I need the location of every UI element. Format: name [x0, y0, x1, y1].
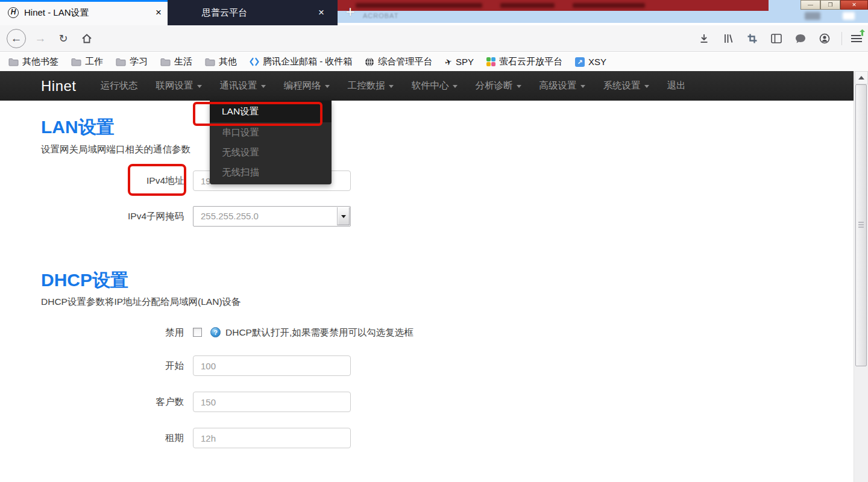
- bookmark-tencent-exmail[interactable]: 腾讯企业邮箱 - 收件箱: [250, 56, 352, 67]
- select-dropdown-button[interactable]: [337, 207, 350, 225]
- tab-hinet-lan[interactable]: H Hinet - LAN设置 ×: [0, 0, 168, 25]
- tab-title: Hinet - LAN设置: [24, 0, 89, 25]
- tab-close-icon[interactable]: ×: [156, 0, 162, 25]
- nav-item-industrial-data[interactable]: 工控数据: [348, 80, 394, 92]
- nav-item-label: 高级设置: [539, 80, 577, 92]
- bookmark-misc[interactable]: 其他: [205, 56, 237, 67]
- plane-icon: ✈: [444, 56, 453, 67]
- library-button[interactable]: [717, 25, 739, 52]
- menu-button[interactable]: [846, 25, 867, 52]
- dhcp-leasetime-input[interactable]: [193, 428, 351, 448]
- scroll-up-button[interactable]: [855, 71, 868, 84]
- nav-item-analysis-diagnosis[interactable]: 分析诊断: [476, 80, 521, 92]
- bookmark-ezviz-open[interactable]: 萤石云开放平台: [486, 56, 562, 67]
- background-window: — ❐ ✕ ACROBAT: [338, 0, 868, 23]
- bookmark-work[interactable]: 工作: [71, 56, 103, 67]
- dhcp-section-title: DHCP设置: [41, 268, 128, 293]
- bookmark-label: 其他: [219, 56, 237, 67]
- screenshot-button[interactable]: [741, 25, 763, 52]
- reload-button[interactable]: ↻: [53, 25, 74, 52]
- dhcp-leasetime-label: 租期: [0, 428, 184, 448]
- bookmark-mgmt-platform[interactable]: 综合管理平台: [365, 56, 432, 67]
- messages-button[interactable]: [790, 25, 811, 52]
- dropdown-item-wireless-settings[interactable]: 无线设置: [210, 142, 332, 162]
- tab-sipu-cloud[interactable]: 思普云平台 ×: [168, 0, 338, 25]
- nav-item-logout[interactable]: 退出: [667, 80, 686, 92]
- page-scrollbar[interactable]: [854, 71, 868, 482]
- nav-item-programming-network[interactable]: 编程网络: [284, 80, 330, 92]
- scrollbar-grip-icon: [858, 222, 864, 228]
- nav-item-software-center[interactable]: 软件中心: [412, 80, 458, 92]
- dhcp-start-input[interactable]: [193, 355, 351, 376]
- dhcp-limit-label: 客户数: [0, 392, 184, 412]
- help-icon[interactable]: ?: [210, 327, 221, 337]
- folder-icon: [8, 58, 19, 66]
- bookmark-label: 其他书签: [22, 56, 58, 67]
- home-button[interactable]: [76, 25, 98, 52]
- nav-item-advanced-settings[interactable]: 高级设置: [539, 80, 585, 92]
- dhcp-disable-checkbox[interactable]: [193, 328, 202, 337]
- dhcp-start-label: 开始: [0, 355, 184, 376]
- bookmark-spy[interactable]: ✈ SPY: [445, 57, 474, 67]
- sidebar-icon: [771, 34, 782, 43]
- chevron-down-icon: [261, 85, 266, 88]
- back-button[interactable]: ←: [5, 25, 28, 52]
- triangle-up-icon: [858, 76, 864, 80]
- nav-item-comm-setup[interactable]: 通讯设置: [220, 80, 266, 92]
- folder-icon: [205, 58, 215, 66]
- bookmark-label: 萤石云开放平台: [499, 56, 562, 67]
- annotation-box-lan-settings: [193, 102, 322, 126]
- nav-item-label: 系统设置: [603, 80, 641, 92]
- background-window-controls: — ❐ ✕: [800, 0, 868, 10]
- dhcp-disable-hint: DHCP默认打开,如果需要禁用可以勾选复选框: [225, 325, 414, 340]
- chevron-down-icon: [197, 85, 202, 88]
- bookmark-other-bookmarks[interactable]: 其他书签: [8, 56, 58, 67]
- person-icon: [819, 33, 830, 44]
- close-icon: ✕: [840, 0, 868, 10]
- back-icon: ←: [7, 29, 26, 48]
- new-tab-button[interactable]: +: [341, 2, 359, 22]
- tab-title: 思普云平台: [202, 0, 247, 25]
- ipv4-netmask-select[interactable]: 255.255.255.0: [193, 206, 351, 227]
- library-icon: [723, 33, 734, 44]
- downloads-button[interactable]: [693, 25, 715, 52]
- speech-bubble-icon: [795, 34, 806, 44]
- forward-button[interactable]: →: [30, 25, 51, 52]
- ipv4-netmask-label: IPv4子网掩码: [0, 206, 184, 227]
- hinet-favicon-icon: H: [8, 7, 19, 18]
- bookmark-life[interactable]: 生活: [160, 56, 192, 67]
- bookmark-label: 工作: [85, 56, 103, 67]
- update-badge-icon: [859, 29, 866, 36]
- dhcp-limit-input[interactable]: [193, 392, 351, 412]
- account-button[interactable]: [814, 25, 835, 52]
- chevron-down-icon: [644, 85, 649, 88]
- nav-item-label: 联网设置: [156, 80, 193, 92]
- tab-close-icon[interactable]: ×: [318, 0, 324, 25]
- background-window-blob: [805, 12, 820, 20]
- app-navbar: Hinet 运行状态 联网设置 通讯设置 编程网络 工控数据 软件中心 分析诊断…: [0, 71, 854, 101]
- folder-icon: [116, 58, 126, 66]
- app-logo[interactable]: Hinet: [41, 78, 77, 95]
- dhcp-disable-label: 禁用: [0, 325, 184, 340]
- bookmark-xsy[interactable]: ↗ XSY: [575, 57, 606, 67]
- nav-item-label: 通讯设置: [220, 80, 257, 92]
- tab-strip: H Hinet - LAN设置 × 思普云平台 ×: [0, 0, 338, 25]
- scrollbar-thumb[interactable]: [855, 84, 867, 366]
- bookmark-study[interactable]: 学习: [116, 56, 148, 67]
- xsy-arrow-icon: ↗: [575, 57, 585, 67]
- chevron-down-icon: [341, 215, 346, 218]
- lan-section-desc: 设置网关局域网端口相关的通信参数: [41, 143, 190, 156]
- sidebar-button[interactable]: [766, 25, 787, 52]
- browser-toolbar: ← → ↻ 192.168.9.99/cgi-bin/luci/;stok=02…: [0, 25, 868, 52]
- background-window-blob: [843, 12, 855, 20]
- chevron-down-icon: [389, 85, 394, 88]
- dropdown-item-wireless-scan[interactable]: 无线扫描: [210, 162, 332, 182]
- annotation-box-ipv4-label: [128, 164, 186, 196]
- nav-item-system-settings[interactable]: 系统设置: [603, 80, 649, 92]
- nav-item-run-status[interactable]: 运行状态: [101, 80, 138, 92]
- nav-item-network-setup[interactable]: 联网设置: [156, 80, 202, 92]
- globe-icon: [365, 57, 374, 67]
- chevron-down-icon: [453, 85, 458, 88]
- chevron-down-icon: [580, 85, 585, 88]
- nav-item-label: 退出: [667, 80, 686, 92]
